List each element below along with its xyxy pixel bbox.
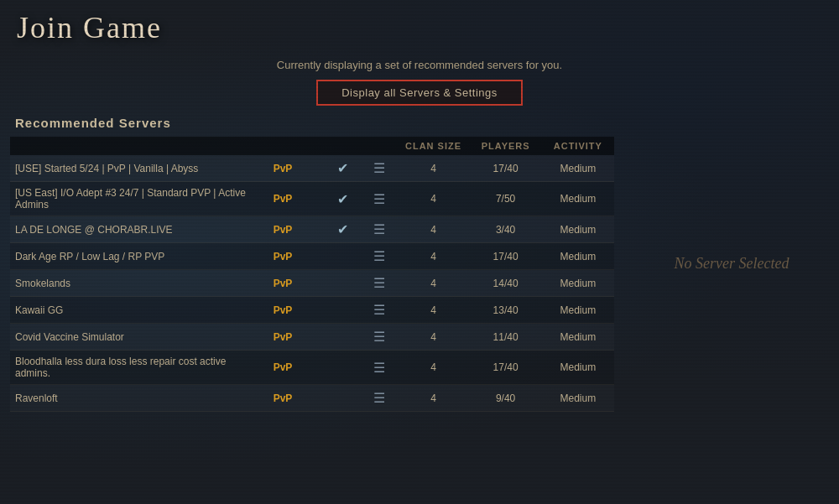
- server-check-icon-cell: ✔: [325, 155, 361, 182]
- server-clan-size-cell: 4: [397, 155, 469, 182]
- server-players-cell: 17/40: [470, 351, 542, 385]
- server-name-cell: Ravenloft: [10, 385, 268, 412]
- server-list-icon-cell: ☰: [361, 243, 397, 270]
- server-players-cell: 17/40: [470, 243, 542, 270]
- server-mode-cell: PvP: [268, 243, 326, 270]
- server-activity-cell: Medium: [542, 155, 614, 182]
- server-activity-cell: Medium: [542, 324, 614, 351]
- server-players-cell: 9/40: [470, 385, 542, 412]
- table-row[interactable]: RavenloftPvP☰49/40Medium: [10, 385, 614, 412]
- server-clan-size-cell: 4: [397, 243, 469, 270]
- server-players-cell: 14/40: [470, 270, 542, 297]
- checkmark-icon: ✔: [337, 222, 348, 236]
- server-name-cell: [USE] Started 5/24 | PvP | Vanilla | Aby…: [10, 155, 268, 182]
- server-clan-size-cell: 4: [397, 270, 469, 297]
- server-name-cell: LA DE LONGE @ CHORABR.LIVE: [10, 216, 268, 243]
- server-mode-cell: PvP: [268, 270, 326, 297]
- server-check-icon-cell: [325, 324, 361, 351]
- server-activity-cell: Medium: [542, 216, 614, 243]
- server-check-icon-cell: [325, 297, 361, 324]
- server-activity-cell: Medium: [542, 270, 614, 297]
- list-icon: ☰: [373, 276, 385, 290]
- server-players-cell: 11/40: [470, 324, 542, 351]
- server-activity-cell: Medium: [542, 243, 614, 270]
- table-row[interactable]: Kawaii GGPvP☰413/40Medium: [10, 297, 614, 324]
- server-name-cell: Dark Age RP / Low Lag / RP PVP: [10, 243, 268, 270]
- list-icon: ☰: [373, 391, 385, 405]
- server-clan-size-cell: 4: [397, 216, 469, 243]
- table-row[interactable]: Dark Age RP / Low Lag / RP PVPPvP☰417/40…: [10, 243, 614, 270]
- server-list-icon-cell: ☰: [361, 297, 397, 324]
- server-list-icon-cell: ☰: [361, 324, 397, 351]
- server-name-cell: Covid Vaccine Simulator: [10, 324, 268, 351]
- server-mode-cell: PvP: [268, 182, 326, 216]
- list-icon: ☰: [373, 222, 385, 236]
- server-list-area: Recommended Servers CLAN SIZE PLAYERS AC…: [10, 116, 614, 412]
- page-title: Join Game: [0, 0, 839, 52]
- server-check-icon-cell: [325, 243, 361, 270]
- server-list-icon-cell: ☰: [361, 155, 397, 182]
- main-area: Recommended Servers CLAN SIZE PLAYERS AC…: [0, 116, 839, 412]
- col-header-icon2: [361, 137, 397, 155]
- table-row[interactable]: LA DE LONGE @ CHORABR.LIVEPvP✔☰43/40Medi…: [10, 216, 614, 243]
- col-header-icon1: [325, 137, 361, 155]
- list-icon: ☰: [373, 192, 385, 206]
- server-name-cell: Smokelands: [10, 270, 268, 297]
- table-row[interactable]: SmokelandsPvP☰414/40Medium: [10, 270, 614, 297]
- server-clan-size-cell: 4: [397, 351, 469, 385]
- server-clan-size-cell: 4: [397, 324, 469, 351]
- server-clan-size-cell: 4: [397, 297, 469, 324]
- table-header-row: CLAN SIZE PLAYERS ACTIVITY: [10, 137, 614, 155]
- section-title: Recommended Servers: [10, 116, 614, 130]
- checkmark-icon: ✔: [337, 161, 348, 175]
- no-server-selected-label: No Server Selected: [675, 255, 789, 273]
- server-mode-cell: PvP: [268, 155, 326, 182]
- server-players-cell: 3/40: [470, 216, 542, 243]
- server-mode-cell: PvP: [268, 297, 326, 324]
- server-name-cell: [US East] I/O Adept #3 24/7 | Standard P…: [10, 182, 268, 216]
- server-check-icon-cell: ✔: [325, 216, 361, 243]
- table-row[interactable]: [USE] Started 5/24 | PvP | Vanilla | Aby…: [10, 155, 614, 182]
- server-list-icon-cell: ☰: [361, 182, 397, 216]
- server-check-icon-cell: ✔: [325, 182, 361, 216]
- server-players-cell: 17/40: [470, 155, 542, 182]
- server-activity-cell: Medium: [542, 351, 614, 385]
- right-panel: No Server Selected: [614, 116, 832, 412]
- server-mode-cell: PvP: [268, 324, 326, 351]
- col-header-players: PLAYERS: [470, 137, 542, 155]
- server-players-cell: 13/40: [470, 297, 542, 324]
- banner-description: Currently displaying a set of recommende…: [0, 52, 839, 76]
- server-name-cell: Kawaii GG: [10, 297, 268, 324]
- list-icon: ☰: [373, 161, 385, 175]
- table-row[interactable]: Bloodhalla less dura loss less repair co…: [10, 351, 614, 385]
- checkmark-icon: ✔: [337, 192, 348, 206]
- server-list-icon-cell: ☰: [361, 385, 397, 412]
- server-clan-size-cell: 4: [397, 182, 469, 216]
- list-icon: ☰: [373, 330, 385, 344]
- col-header-name: [10, 137, 268, 155]
- server-mode-cell: PvP: [268, 216, 326, 243]
- list-icon: ☰: [373, 249, 385, 263]
- server-activity-cell: Medium: [542, 385, 614, 412]
- server-clan-size-cell: 4: [397, 385, 469, 412]
- display-all-button[interactable]: Display all Servers & Settings: [316, 80, 523, 106]
- server-list-icon-cell: ☰: [361, 216, 397, 243]
- server-activity-cell: Medium: [542, 182, 614, 216]
- list-icon: ☰: [373, 303, 385, 317]
- col-header-mode: [268, 137, 326, 155]
- server-name-cell: Bloodhalla less dura loss less repair co…: [10, 351, 268, 385]
- server-activity-cell: Medium: [542, 297, 614, 324]
- server-list-icon-cell: ☰: [361, 270, 397, 297]
- server-players-cell: 7/50: [470, 182, 542, 216]
- server-check-icon-cell: [325, 351, 361, 385]
- server-list-icon-cell: ☰: [361, 351, 397, 385]
- list-icon: ☰: [373, 361, 385, 375]
- col-header-clan: CLAN SIZE: [397, 137, 469, 155]
- col-header-activity: ACTIVITY: [542, 137, 614, 155]
- table-row[interactable]: Covid Vaccine SimulatorPvP☰411/40Medium: [10, 324, 614, 351]
- server-mode-cell: PvP: [268, 351, 326, 385]
- server-mode-cell: PvP: [268, 385, 326, 412]
- table-row[interactable]: [US East] I/O Adept #3 24/7 | Standard P…: [10, 182, 614, 216]
- server-check-icon-cell: [325, 385, 361, 412]
- server-table: CLAN SIZE PLAYERS ACTIVITY [USE] Started…: [10, 137, 614, 412]
